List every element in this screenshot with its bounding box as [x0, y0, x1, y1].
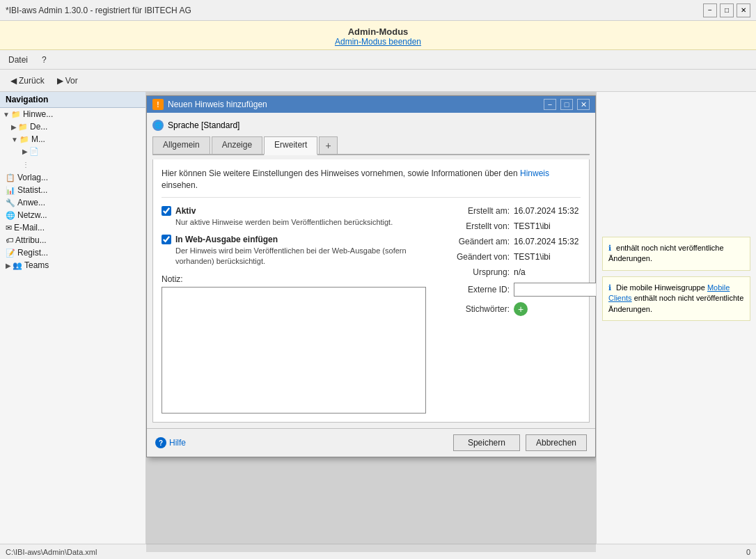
sidebar-item-email[interactable]: ✉ E-Mail... [0, 221, 145, 234]
status-count: 0 [746, 548, 750, 556]
sidebar-item-sub1[interactable]: ▶ 📄 [0, 145, 145, 157]
item-icon: 📋 [6, 173, 15, 182]
checkbox-webausgabe-label[interactable]: In Web-Ausgabe einfügen [175, 235, 278, 244]
tab-anzeige[interactable]: Anzeige [212, 136, 262, 154]
field-label-geaendert-am: Geändert am: [440, 237, 510, 246]
field-value-erstellt-von: TEST1\ibi [514, 221, 596, 231]
item-icon: ✉ [6, 223, 12, 233]
sidebar-item-statistik[interactable]: 📊 Statist... [0, 184, 145, 196]
field-input-externe-id[interactable] [514, 283, 596, 297]
back-label: Zurück [19, 76, 45, 86]
help-label: Hilfe [169, 438, 186, 448]
field-value-ursprung: n/a [514, 267, 596, 277]
modal-minimize-button[interactable]: − [544, 99, 556, 110]
admin-banner: Admin-Modus Admin-Modus beenden [0, 21, 756, 50]
maximize-button[interactable]: □ [720, 3, 734, 17]
expand-icon: ▶ [22, 148, 28, 155]
tab-erweitert[interactable]: Erweitert [264, 136, 317, 155]
folder-icon: 📁 [19, 135, 29, 144]
language-icon: 🌐 [152, 120, 164, 131]
sidebar-item-attribute[interactable]: 🏷 Attribu... [0, 234, 145, 246]
sidebar-header: Navigation [0, 92, 145, 108]
window-controls: − □ ✕ [703, 3, 750, 17]
admin-mode-exit-link[interactable]: Admin-Modus beenden [0, 37, 756, 47]
save-button[interactable]: Speichern [453, 434, 520, 451]
modal-footer: ? Hilfe Speichern Abbrechen [147, 428, 595, 457]
sidebar-item-anwendung[interactable]: 🔧 Anwe... [0, 196, 145, 209]
tab-add-button[interactable]: + [319, 136, 337, 154]
info-text-2-before: Die mobile Hinweisgruppe [616, 283, 705, 292]
two-column-layout: Aktiv Nur aktive Hinweise werden beim Ve… [162, 206, 581, 414]
right-panel: ℹ enthält noch nicht veröffentliche Ände… [596, 92, 756, 552]
sidebar-item-label: Hinwe... [23, 109, 53, 119]
menu-help[interactable]: ? [39, 54, 49, 66]
back-button[interactable]: ◀ Zurück [6, 73, 49, 88]
forward-button[interactable]: ▶ Vor [52, 73, 83, 88]
sidebar-item-teams[interactable]: ▶ 👥 Teams [0, 259, 145, 271]
modal-overlay: ! Neuen Hinweis hinzufügen − □ ✕ 🌐 Sprac… [146, 92, 596, 552]
field-row-erstellt-am: Erstellt am: 16.07.2024 15:32 [440, 206, 596, 216]
field-label-externe-id: Externe ID: [440, 285, 510, 294]
item-icon: 🔧 [6, 198, 15, 207]
field-value-geaendert-am: 16.07.2024 15:32 [514, 237, 596, 246]
cancel-button[interactable]: Abbrechen [526, 434, 587, 451]
notiz-textarea[interactable] [162, 287, 426, 414]
checkbox-aktiv-desc: Nur aktive Hinweise werden beim Veröffen… [175, 217, 426, 228]
help-link[interactable]: ? Hilfe [155, 437, 186, 448]
title-bar: *IBI-aws Admin 1.30.0 - registriert für … [0, 0, 756, 21]
tab-allgemein[interactable]: Allgemein [152, 136, 210, 154]
minimize-button[interactable]: − [703, 3, 717, 17]
close-button[interactable]: ✕ [737, 3, 750, 17]
expand-icon: ▼ [11, 136, 18, 143]
expand-icon: ▼ [3, 111, 10, 118]
sidebar-item-hinweise[interactable]: ▼ 📁 Hinwe... [0, 108, 145, 120]
right-column: Erstellt am: 16.07.2024 15:32 Erstellt v… [440, 206, 596, 414]
admin-mode-title: Admin-Modus [0, 26, 756, 37]
field-row-erstellt-von: Erstellt von: TEST1\ibi [440, 221, 596, 231]
info-icon-2: ℹ [608, 283, 611, 292]
checkbox-aktiv-input[interactable] [162, 206, 171, 216]
field-row-geaendert-von: Geändert von: TEST1\ibi [440, 252, 596, 262]
sidebar-item-label: De... [30, 122, 47, 132]
modal-maximize-button[interactable]: □ [560, 99, 573, 110]
checkbox-aktiv-label[interactable]: Aktiv [175, 206, 196, 216]
menu-datei[interactable]: Datei [6, 54, 31, 66]
info-text-1: enthält noch nicht veröffentliche Änderu… [608, 244, 724, 262]
tab-bar: Allgemein Anzeige Erweitert + [152, 136, 590, 155]
forward-label: Vor [65, 76, 78, 86]
sidebar-item-label: Netzw... [17, 210, 47, 220]
expand-icon: ▶ [11, 123, 17, 131]
checkbox-webausgabe-input[interactable] [162, 235, 171, 244]
info-box-1: ℹ enthält noch nicht veröffentliche Ände… [602, 237, 750, 271]
modal-dialog: ! Neuen Hinweis hinzufügen − □ ✕ 🌐 Sprac… [146, 95, 596, 457]
sidebar-item-registrierung[interactable]: 📝 Regist... [0, 246, 145, 259]
sidebar-item-vorlagen[interactable]: 📋 Vorlag... [0, 171, 145, 184]
field-row-externe-id: Externe ID: [440, 283, 596, 297]
modal-title-icon: ! [152, 99, 164, 110]
notiz-label: Notiz: [162, 274, 426, 284]
sidebar-item-netzwerk[interactable]: 🌐 Netzw... [0, 209, 145, 221]
sidebar-item-de[interactable]: ▶ 📁 De... [0, 120, 145, 133]
modal-title-text: Neuen Hinweis hinzufügen [168, 100, 540, 109]
stichwort-add-button[interactable]: + [514, 302, 528, 316]
sidebar-item-label: E-Mail... [14, 223, 45, 233]
status-path: C:\IBI-aws\Admin\Data.xml [6, 548, 97, 556]
checkbox-aktiv-row: Aktiv [162, 206, 426, 216]
sidebar-item-m[interactable]: ▼ 📁 M... [0, 133, 145, 145]
checkbox-webausgabe-desc: Der Hinweis wird beim Veröffentlichen be… [175, 246, 426, 267]
sidebar-item-label: Anwe... [17, 198, 45, 207]
item-icon: 📝 [6, 249, 15, 258]
language-label: Sprache [Standard] [168, 120, 239, 130]
item-icon: 🏷 [6, 236, 13, 244]
tab-info-link[interactable]: Hinweis [520, 168, 549, 178]
language-row: 🌐 Sprache [Standard] [152, 118, 590, 132]
info-box-2: ℹ Die mobile Hinweisgruppe Mobile Client… [602, 276, 750, 321]
tab-content-erweitert: Hier können Sie weitere Einstellungen de… [152, 159, 590, 423]
sidebar-item-label: Teams [24, 260, 49, 270]
sidebar-scroll-indicator: ⋮ [22, 161, 29, 168]
field-row-geaendert-am: Geändert am: 16.07.2024 15:32 [440, 237, 596, 246]
field-label-stichwoerter: Stichwörter: [440, 304, 510, 314]
modal-close-button[interactable]: ✕ [577, 99, 590, 110]
sidebar-item-label: M... [31, 134, 45, 144]
checkbox-group: Aktiv Nur aktive Hinweise werden beim Ve… [162, 206, 426, 267]
